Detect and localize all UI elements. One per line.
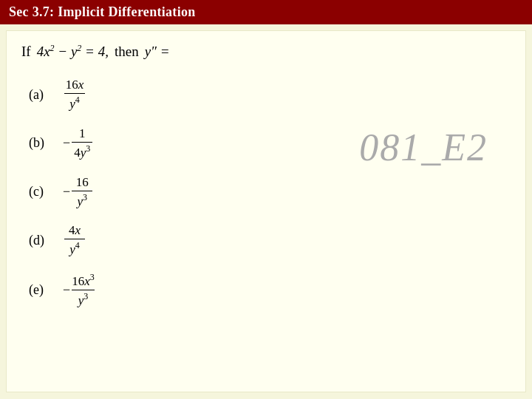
option-e-label: (e) <box>29 282 51 298</box>
title-text: Implicit Differentiation <box>58 4 195 19</box>
options-area: (a) 16x y4 (b) − 1 4y3 (c) − <box>21 78 511 307</box>
option-c[interactable]: (c) − 16 y3 <box>29 175 511 209</box>
option-a-expr: 16x y4 <box>63 78 86 112</box>
section-label: Sec 3.7: <box>9 4 54 19</box>
option-c-denominator: y3 <box>72 191 92 209</box>
option-b-label: (b) <box>29 135 51 151</box>
main-content: If 4x2 − y2 = 4, then y″ = 081_E2 (a) 16… <box>6 30 526 392</box>
option-e-expr: − 16x3 y3 <box>63 272 96 307</box>
option-a-numerator: 16x <box>64 78 85 94</box>
option-c-label: (c) <box>29 184 51 200</box>
result-expr: y″ = <box>145 44 170 60</box>
option-a-denominator: y4 <box>64 94 85 112</box>
option-d-numerator: 4x <box>64 223 85 239</box>
option-e-denominator: y3 <box>72 290 93 308</box>
option-e-numerator: 16x3 <box>72 272 95 290</box>
option-d-label: (d) <box>29 233 51 248</box>
option-c-expr: − 16 y3 <box>63 175 94 209</box>
option-a-label: (a) <box>29 87 51 103</box>
option-b-expr: − 1 4y3 <box>63 126 94 160</box>
option-b[interactable]: (b) − 1 4y3 <box>29 126 511 160</box>
then-word: then <box>115 44 139 60</box>
option-b-denominator: 4y3 <box>72 143 92 160</box>
option-d[interactable]: (d) 4x y4 <box>29 223 511 257</box>
equation: 4x2 − y2 = 4, <box>37 43 109 60</box>
option-d-expr: 4x y4 <box>63 223 86 257</box>
option-c-numerator: 16 <box>72 175 92 191</box>
if-word: If <box>21 44 31 60</box>
header-bar: Sec 3.7: Implicit Differentiation <box>0 0 532 24</box>
problem-line: If 4x2 − y2 = 4, then y″ = <box>21 43 511 60</box>
option-e[interactable]: (e) − 16x3 y3 <box>29 272 511 307</box>
option-a[interactable]: (a) 16x y4 <box>29 78 511 112</box>
option-b-numerator: 1 <box>72 126 92 143</box>
option-d-denominator: y4 <box>64 239 85 257</box>
